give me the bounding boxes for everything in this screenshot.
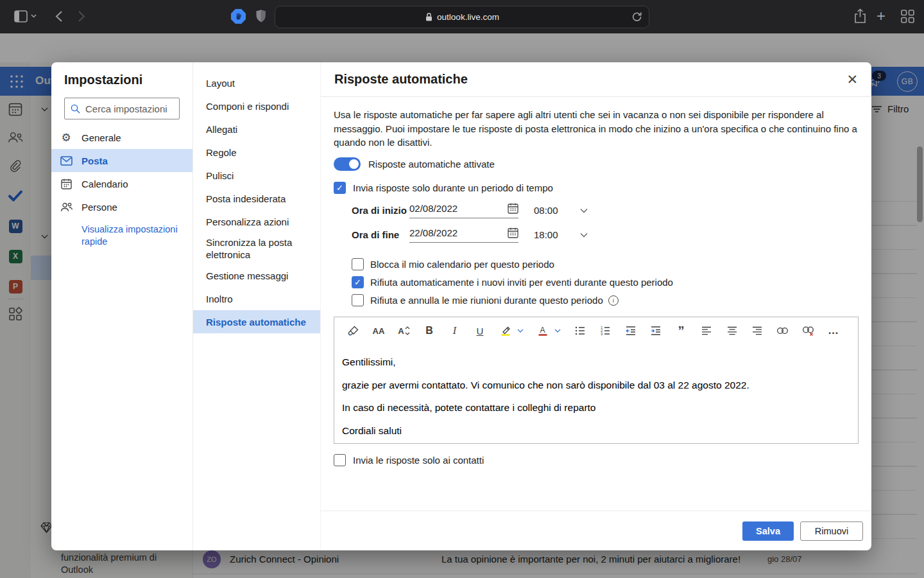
settings-search-placeholder: Cerca impostazioni (85, 103, 167, 114)
contacts-only-label: Invia le risposte solo ai contatti (353, 455, 484, 466)
decline-invites-checkbox[interactable]: ✓ (352, 276, 364, 288)
save-button[interactable]: Salva (742, 521, 794, 541)
quick-settings-link[interactable]: Visualizza impostazioni rapide (81, 223, 178, 248)
align-left-icon[interactable] (701, 325, 713, 337)
remove-button[interactable]: Rimuovi (800, 521, 863, 541)
indent-icon[interactable] (650, 325, 662, 337)
end-time-dropdown[interactable]: 18:00 (534, 229, 588, 240)
more-options-icon[interactable]: … (827, 325, 839, 337)
font-color-chevron-icon[interactable] (554, 325, 561, 337)
reply-editor[interactable]: AA A B I U (334, 317, 859, 444)
search-icon (71, 104, 80, 114)
content-blocker-icon[interactable] (231, 9, 246, 24)
category-calendario[interactable]: Calendario (51, 172, 193, 195)
category-persone[interactable]: Persone (51, 195, 193, 218)
contacts-only-checkbox[interactable] (334, 454, 346, 466)
section-componi[interactable]: Componi e rispondi (193, 94, 320, 118)
highlight-icon[interactable] (499, 325, 511, 337)
calendar-picker-icon[interactable] (508, 203, 518, 214)
back-icon[interactable] (55, 10, 63, 22)
mail-icon (60, 156, 73, 166)
reload-icon[interactable] (631, 11, 642, 22)
end-date-field[interactable]: 22/08/2022 (409, 227, 518, 243)
url-text: outlook.live.com (437, 12, 499, 22)
section-inoltro[interactable]: Inoltro (193, 287, 320, 310)
option-block-calendar: Blocca il mio calendario per questo peri… (352, 256, 860, 274)
period-checkbox-label: Invia risposte solo durante un periodo d… (353, 182, 553, 193)
section-layout[interactable]: Layout (193, 71, 320, 94)
toggle-label: Risposte automatiche attivate (368, 159, 495, 170)
section-allegati[interactable]: Allegati (193, 118, 320, 141)
outdent-icon[interactable] (624, 325, 637, 337)
bullet-list-icon[interactable] (574, 325, 586, 337)
forward-icon[interactable] (78, 10, 85, 22)
highlight-chevron-icon[interactable] (517, 325, 524, 337)
section-pulisci[interactable]: Pulisci (193, 164, 320, 187)
new-tab-icon[interactable]: + (877, 8, 886, 24)
link-icon[interactable] (776, 325, 789, 337)
end-time-row: Ora di fine 22/08/2022 18:00 (352, 227, 860, 243)
category-generale[interactable]: ⚙ Generale (51, 126, 193, 149)
quote-icon[interactable]: ” (675, 325, 687, 337)
people-icon (60, 202, 73, 212)
settings-sections: Layout Componi e rispondi Allegati Regol… (193, 62, 321, 550)
calendar-picker-icon[interactable] (508, 227, 518, 238)
section-regole[interactable]: Regole (193, 141, 320, 164)
panel-footer: Salva Rimuovi (321, 511, 871, 550)
section-sincronizza[interactable]: Sincronizza la posta elettronica (193, 233, 320, 264)
calendar-icon (60, 179, 73, 189)
block-calendar-checkbox[interactable] (352, 258, 364, 270)
settings-title: Impostazioni (64, 73, 180, 87)
start-label: Ora di inizio (352, 205, 408, 216)
shield-icon[interactable] (255, 9, 266, 23)
section-posta-indesiderata[interactable]: Posta indesiderata (193, 187, 320, 210)
reply-message-text[interactable]: Gentilissimi, grazie per avermi contatta… (334, 345, 858, 437)
numbered-list-icon[interactable]: 123 (599, 325, 612, 337)
start-date-field[interactable]: 02/08/2022 (409, 203, 518, 218)
period-checkbox[interactable]: ✓ (334, 182, 346, 194)
panel-title: Risposte automatiche (334, 72, 468, 87)
font-size-icon[interactable]: A (398, 325, 410, 337)
section-gestione[interactable]: Gestione messaggi (193, 264, 320, 287)
start-time-dropdown[interactable]: 08:00 (534, 205, 588, 216)
sidebar-icon[interactable] (14, 10, 28, 22)
info-icon[interactable]: i (608, 295, 619, 306)
font-icon[interactable]: AA (373, 325, 385, 337)
svg-text:3: 3 (601, 332, 603, 336)
svg-text:A: A (540, 326, 545, 335)
browser-chrome: outlook.live.com + (0, 0, 924, 33)
url-bar[interactable]: outlook.live.com (275, 6, 649, 28)
option-cancel-meetings: Rifiuta e annulla le mie riunioni durant… (352, 292, 860, 310)
tab-overview-icon[interactable] (901, 10, 914, 23)
lock-icon (425, 12, 433, 22)
end-label: Ora di fine (352, 229, 408, 240)
category-posta[interactable]: Posta (51, 149, 193, 172)
chevron-down-icon (580, 232, 588, 238)
close-icon[interactable]: ✕ (846, 73, 858, 86)
sidebar-chevron-icon[interactable] (31, 14, 37, 18)
chevron-down-icon (580, 208, 588, 213)
unlink-icon[interactable] (802, 325, 814, 337)
align-center-icon[interactable] (726, 325, 738, 337)
share-icon[interactable] (854, 8, 866, 24)
bold-icon[interactable]: B (424, 325, 436, 337)
screen: outlook.live.com + Outlook Cerca (0, 0, 924, 578)
font-color-icon[interactable]: A (536, 325, 549, 337)
editor-toolbar: AA A B I U (334, 317, 858, 345)
settings-nav: Impostazioni Cerca impostazioni ⚙ Genera… (51, 62, 193, 550)
underline-icon[interactable]: U (474, 325, 486, 337)
auto-replies-toggle[interactable] (334, 157, 361, 171)
italic-icon[interactable]: I (449, 325, 461, 337)
cancel-meetings-checkbox[interactable] (352, 294, 364, 306)
start-time-row: Ora di inizio 02/08/2022 08:00 (352, 203, 860, 218)
gear-icon: ⚙ (60, 131, 73, 144)
settings-search-input[interactable]: Cerca impostazioni (64, 98, 180, 119)
section-risposte-automatiche[interactable]: Risposte automatiche (193, 310, 320, 333)
settings-panel: Risposte automatiche ✕ Usa le risposte a… (321, 62, 871, 550)
format-painter-icon[interactable] (347, 325, 359, 337)
option-decline-invites: ✓ Rifiuta automaticamente i nuovi inviti… (352, 274, 860, 292)
section-personalizza[interactable]: Personalizza azioni (193, 210, 320, 233)
align-right-icon[interactable] (751, 325, 764, 337)
settings-modal: Impostazioni Cerca impostazioni ⚙ Genera… (51, 62, 871, 550)
panel-description: Usa le risposte automatiche per far sape… (334, 108, 860, 150)
